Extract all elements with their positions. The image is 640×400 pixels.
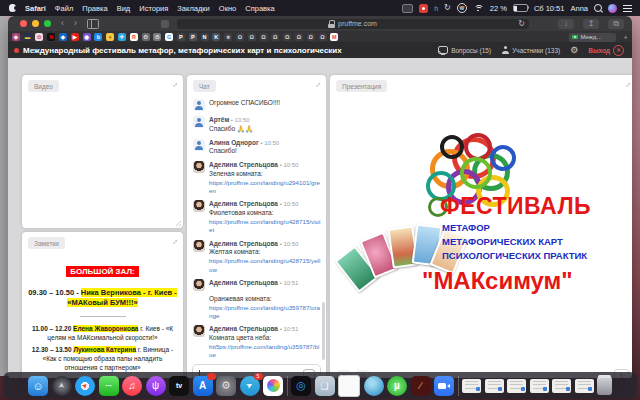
pinned-tab-favicon[interactable]: Ω [260,33,268,41]
participants-button[interactable]: Участники (133) [501,46,560,54]
chat-panel-label[interactable]: Чат [193,80,216,92]
close-window-button[interactable] [20,20,27,27]
pinned-tab-favicon[interactable]: ▬ [24,33,32,41]
dock-minimized-window[interactable] [462,379,481,393]
chat-link[interactable]: htt5ps://pruffme.com/landing/u359787/blu… [209,343,321,360]
dock-system-preferences-icon[interactable] [216,376,236,396]
pinned-tab-favicon[interactable]: Ω [319,33,327,41]
exit-button[interactable]: Выход ✕ [588,45,624,56]
downloads-button[interactable]: ↓ [558,19,574,29]
pinned-tab-favicon[interactable]: ● [106,33,114,41]
dock-text-document-app-icon[interactable] [338,375,360,397]
reload-icon[interactable]: ↻ [518,19,525,28]
presentation-panel-label[interactable]: Презентация [336,80,387,92]
pinned-tab-favicon[interactable]: N [47,33,55,41]
pinned-tab-favicon[interactable]: P [189,33,197,41]
pinned-tab-favicon[interactable]: ʘ [142,33,150,41]
dock-mail-app-icon[interactable] [364,376,384,396]
pinned-tab-favicon[interactable]: ◈ [12,33,20,41]
display-icon[interactable] [402,4,413,13]
pinned-tab-favicon[interactable]: ✈ [118,33,126,41]
pinned-tab-favicon[interactable]: Ω [271,33,279,41]
apple-menu-icon[interactable] [9,4,16,12]
siri-icon[interactable] [608,4,617,13]
search-icon[interactable] [594,4,602,12]
pinned-tab-favicon[interactable]: G [165,33,173,41]
chat-link[interactable]: https://pruffme.com/landing/u428715/viol… [209,218,321,235]
dock-minimized-window[interactable] [552,379,571,393]
dock-music-icon[interactable] [122,376,142,396]
dock-video-app-icon[interactable] [411,376,431,396]
active-tab[interactable]: Межд… [569,33,616,42]
menu-item-Файл[interactable]: Файл [55,4,73,13]
pinned-tab-favicon[interactable]: P [177,33,185,41]
expand-notes-icon[interactable]: ↕ [171,238,179,246]
dock-minimized-window[interactable] [485,379,504,393]
menu-bar-clock[interactable]: Сб 10:51 [534,4,565,13]
pinned-tab-favicon[interactable]: Ω [295,33,303,41]
pinned-tab-favicon[interactable]: M [330,33,338,41]
menu-item-История[interactable]: История [139,4,168,13]
new-tab-button[interactable]: + [623,33,628,42]
address-bar[interactable]: pruffme.com ↻ [177,19,529,29]
dock-zoom-icon[interactable] [434,376,454,396]
pinned-tab-favicon[interactable]: b [94,33,102,41]
dock-preview-icon[interactable] [315,376,335,396]
pinned-tab-favicon[interactable]: N [201,33,209,41]
menu-item-Закладки[interactable]: Закладки [177,4,209,13]
pinned-tab-favicon[interactable]: ʘ [153,33,161,41]
pinned-tab-favicon[interactable]: K [212,33,220,41]
resize-handle[interactable] [175,220,181,226]
pinned-tab-favicon[interactable]: Я [130,33,138,41]
video-panel-label[interactable]: Видео [28,80,59,92]
dock-photos-icon[interactable] [263,376,283,396]
share-button[interactable]: ↥ [583,19,599,29]
control-center-icon[interactable] [623,5,632,12]
dock-tv-icon[interactable] [169,376,189,396]
pinned-tab-favicon[interactable]: Ω [236,33,244,41]
menu-item-Вид[interactable]: Вид [117,4,131,13]
chat-scrollbar[interactable] [322,302,325,360]
record-icon[interactable] [419,4,428,13]
app-icon[interactable]: h [434,5,438,12]
wifi-icon[interactable] [473,4,484,13]
pinned-tab-favicon[interactable]: Ω [248,33,256,41]
menu-item-Окно[interactable]: Окно [219,4,236,13]
dock-minimized-window[interactable] [575,379,594,393]
pinned-tab-favicon[interactable]: ◆ [59,33,67,41]
dock-app-store-icon[interactable] [193,376,213,396]
dock-podcasts-icon[interactable] [146,376,166,396]
dock-safari-icon[interactable] [75,376,95,396]
back-button[interactable]: ‹ [61,19,64,28]
pinned-tab-favicon[interactable]: ▶ [71,33,79,41]
dock-launchpad-icon[interactable] [52,376,72,396]
chat-link[interactable]: https://pruffme.com/landing/u428715/yell… [209,257,321,274]
forward-button[interactable]: › [74,19,77,28]
chat-link[interactable]: https://pruffme.com/landing/u359787/oran… [209,304,321,321]
pinned-tab-favicon[interactable]: ✿ [35,33,43,41]
chat-link[interactable]: https://pruffme.com/landing/u294101/gree… [209,179,321,196]
w-circle-icon[interactable]: W [457,3,467,13]
menu-item-Правка[interactable]: Правка [82,4,107,13]
settings-gear-icon[interactable]: ⚙ [570,45,578,55]
dock-finder-icon[interactable] [28,376,48,396]
expand-chat-icon[interactable]: ↕ [314,81,322,89]
menu-item-Справка[interactable]: Справка [245,4,274,13]
notes-panel-label[interactable]: Заметки [28,237,65,249]
battery-icon[interactable] [513,4,528,12]
pinned-tab-favicon[interactable]: ★ [224,33,232,41]
dock-webinar-app-icon[interactable] [291,376,311,396]
sync-icon[interactable]: ↻ [444,4,451,12]
dock-minimized-window[interactable] [507,379,526,393]
pinned-tab-favicon[interactable]: ◉ [83,33,91,41]
pinned-tab-favicon[interactable]: Ω [307,33,315,41]
dock-telegram-icon[interactable]: 5 [240,376,260,396]
menu-item-Safari[interactable]: Safari [25,4,46,13]
questions-button[interactable]: Вопросы (15) [438,46,491,54]
sidebar-toggle-icon[interactable] [87,19,99,29]
dock-trash-icon[interactable] [597,377,612,395]
dock-minimized-window[interactable] [530,379,549,393]
dock-messages-icon[interactable] [99,376,119,396]
extension-icon[interactable] [161,20,169,28]
expand-video-icon[interactable]: ↕ [171,81,179,89]
